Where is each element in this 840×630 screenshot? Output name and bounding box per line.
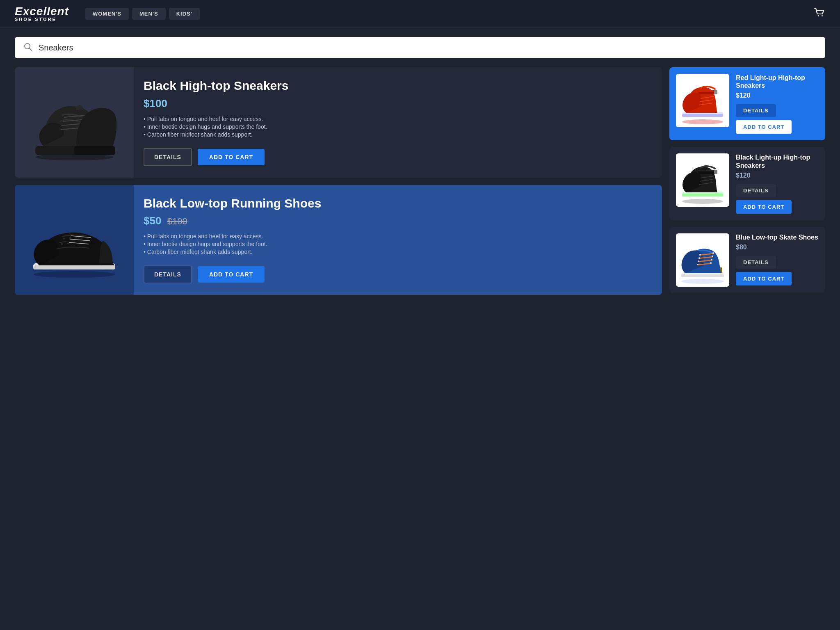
svg-point-18: [61, 243, 63, 245]
svg-rect-13: [33, 265, 115, 269]
price-original: $100: [167, 216, 187, 226]
product-info-black-hightop: Black High-top Sneakers $100 Pull tabs o…: [134, 67, 662, 178]
details-button-black-lowtop[interactable]: DETAILS: [144, 265, 192, 283]
product-card-red-hightop: Red Light-up High-top Sneakers $120 DETA…: [669, 67, 825, 140]
details-button-black-lightup[interactable]: DETAILS: [736, 184, 776, 197]
svg-point-35: [682, 199, 723, 204]
add-to-cart-button-black-lightup[interactable]: ADD TO CART: [736, 200, 792, 214]
logo-main: Excellent: [15, 6, 69, 17]
main-content: Black High-top Sneakers $100 Pull tabs o…: [0, 67, 840, 310]
svg-point-52: [699, 254, 701, 256]
card-actions: DETAILS ADD TO CART: [736, 104, 819, 134]
svg-rect-31: [714, 90, 717, 94]
product-price: $80: [736, 244, 819, 251]
product-price: $120: [736, 172, 819, 179]
svg-rect-40: [714, 170, 717, 174]
product-features: Pull tabs on tongue and heel for easy ac…: [144, 116, 651, 139]
product-card-black-lightup: Black Light-up High-top Sneakers $120 DE…: [669, 147, 825, 220]
product-image-black-lightup: [676, 153, 729, 207]
product-info-black-lightup: Black Light-up High-top Sneakers $120 DE…: [736, 153, 819, 213]
price-sale: $50: [144, 215, 161, 227]
svg-point-58: [711, 259, 712, 260]
feature-1: Pull tabs on tongue and heel for easy ac…: [144, 116, 651, 122]
svg-point-1: [822, 15, 823, 16]
details-button-blue-skate[interactable]: DETAILS: [736, 256, 776, 269]
search-section: [0, 28, 840, 67]
left-column: Black High-top Sneakers $100 Pull tabs o…: [15, 67, 662, 295]
svg-point-54: [698, 260, 699, 262]
feature-2: Inner bootie design hugs and supports th…: [144, 123, 651, 130]
add-to-cart-button-black-lowtop[interactable]: ADD TO CART: [198, 266, 265, 283]
search-input[interactable]: [39, 43, 817, 52]
product-image-red-hightop: [676, 74, 729, 127]
product-price: $50 $100: [144, 215, 651, 227]
svg-point-56: [712, 252, 714, 254]
svg-rect-37: [682, 194, 723, 196]
feature-1: Pull tabs on tongue and heel for easy ac…: [144, 233, 651, 240]
product-features: Pull tabs on tongue and heel for easy ac…: [144, 233, 651, 256]
feature-2: Inner bootie design hugs and supports th…: [144, 241, 651, 247]
card-actions: DETAILS ADD TO CART: [144, 148, 651, 166]
card-actions: DETAILS ADD TO CART: [736, 184, 819, 214]
right-column: Red Light-up High-top Sneakers $120 DETA…: [669, 67, 825, 295]
product-image-blue-skate: [676, 233, 729, 287]
svg-point-26: [682, 119, 723, 124]
card-actions: DETAILS ADD TO CART: [144, 265, 651, 283]
svg-point-14: [63, 238, 65, 240]
svg-point-0: [818, 15, 819, 16]
svg-point-59: [710, 262, 712, 264]
svg-point-11: [33, 271, 115, 278]
svg-point-57: [712, 256, 713, 257]
add-to-cart-button-blue-skate[interactable]: ADD TO CART: [736, 272, 792, 285]
main-nav: WOMEN'S MEN'S KIDS': [85, 8, 801, 20]
product-info-blue-skate: Blue Low-top Skate Shoes $80 DETAILS ADD…: [736, 233, 819, 285]
details-button-black-hightop[interactable]: DETAILS: [144, 148, 192, 166]
product-image-black-hightop: [15, 67, 134, 178]
add-to-cart-button-red-hightop[interactable]: ADD TO CART: [736, 120, 792, 134]
cart-icon[interactable]: [813, 7, 825, 21]
svg-rect-28: [682, 114, 723, 117]
svg-line-3: [30, 48, 32, 51]
add-to-cart-button-black-hightop[interactable]: ADD TO CART: [198, 149, 265, 165]
card-actions: DETAILS ADD TO CART: [736, 256, 819, 285]
svg-point-53: [698, 257, 700, 259]
product-title: Black Low-top Running Shoes: [144, 196, 651, 211]
product-card-black-lowtop: Black Low-top Running Shoes $50 $100 Pul…: [15, 185, 662, 295]
nav-kids[interactable]: KIDS': [169, 8, 200, 20]
product-card-black-hightop: Black High-top Sneakers $100 Pull tabs o…: [15, 67, 662, 178]
header: Excellent SHOE STORE WOMEN'S MEN'S KIDS': [0, 0, 840, 28]
product-title: Black Light-up High-top Sneakers: [736, 153, 819, 169]
svg-rect-10: [74, 146, 115, 155]
svg-point-22: [66, 236, 99, 246]
product-title: Red Light-up High-top Sneakers: [736, 74, 819, 89]
product-title: Black High-top Sneakers: [144, 79, 651, 93]
product-info-black-lowtop: Black Low-top Running Shoes $50 $100 Pul…: [134, 185, 662, 295]
product-image-black-lowtop: [15, 185, 134, 295]
svg-point-55: [697, 264, 698, 265]
product-price: $100: [144, 97, 651, 110]
feature-3: Carbon fiber midfoot shank adds support.: [144, 249, 651, 255]
svg-point-44: [681, 279, 724, 284]
search-box: [15, 37, 825, 58]
product-price: $120: [736, 92, 819, 99]
details-button-red-hightop[interactable]: DETAILS: [736, 104, 776, 117]
feature-3: Carbon fiber midfoot shank adds support.: [144, 131, 651, 138]
product-title: Blue Low-top Skate Shoes: [736, 233, 819, 241]
logo-sub: SHOE STORE: [15, 17, 69, 22]
product-info-red-hightop: Red Light-up High-top Sneakers $120 DETA…: [736, 74, 819, 134]
nav-womens[interactable]: WOMEN'S: [85, 8, 129, 20]
logo: Excellent SHOE STORE: [15, 6, 69, 22]
nav-mens[interactable]: MEN'S: [132, 8, 166, 20]
svg-rect-46: [681, 274, 724, 277]
search-icon: [23, 42, 33, 53]
product-card-blue-skate: Blue Low-top Skate Shoes $80 DETAILS ADD…: [669, 227, 825, 293]
